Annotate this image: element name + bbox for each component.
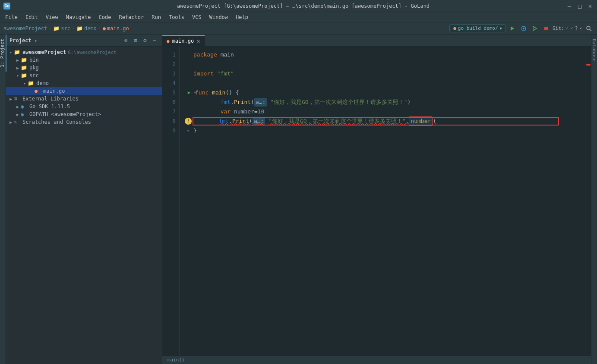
demo-folder-icon: 📁 [28, 80, 35, 86]
line-num-3: 3 [162, 69, 176, 78]
code-line-6: fmt.Print( a…: "你好，我是GO，第一次来到这个世界！请多多关照！… [185, 97, 585, 107]
warning-icon-line8: ! [185, 118, 192, 125]
project-panel: Project ▾ ⊕ ≡ ⚙ − ▾ 📁 awesomeProject G:\… [6, 35, 162, 364]
stop-button[interactable] [541, 24, 551, 33]
panel-locate-btn[interactable]: ⊕ [122, 37, 130, 44]
tree-item-demo[interactable]: ▾ 📁 demo [6, 79, 162, 87]
editor-breadcrumb: main() [167, 357, 185, 363]
panel-expand-btn[interactable]: ≡ [132, 37, 139, 44]
run-config-selector[interactable]: ● go build demo/ ▼ [449, 24, 506, 32]
tree-item-gopath[interactable]: ▶ ◉ GOPATH <awesomeProject> [6, 110, 162, 118]
root-folder-icon: 📁 [14, 49, 21, 55]
close-button[interactable]: ✕ [587, 3, 594, 9]
gosdk-icon: ◉ [21, 104, 28, 110]
line-num-5: 5 [162, 88, 176, 97]
line-num-4: 4 [162, 78, 176, 88]
tree-item-bin[interactable]: ▶ 📁 bin [6, 56, 162, 64]
breadcrumb-sep1: › [49, 26, 51, 31]
code-line-2 [185, 60, 585, 69]
menu-help[interactable]: Help [232, 13, 252, 21]
src-folder-icon: 📁 [21, 72, 28, 78]
menu-tools[interactable]: Tools [165, 13, 188, 21]
debug-button[interactable] [519, 24, 528, 33]
sidebar-tab-project[interactable]: 1: Project [0, 35, 6, 72]
toolbar-right: ● go build demo/ ▼ Git: ✓ ✓ ? ↶ [449, 24, 594, 33]
run-config-label: go build demo/ [458, 25, 498, 31]
breadcrumb-project[interactable]: awesomeProject [3, 25, 47, 31]
menu-window[interactable]: Window [206, 13, 231, 21]
tree-item-root[interactable]: ▾ 📁 awesomeProject G:\awesomeProject [6, 48, 162, 56]
maingo-icon: ● [35, 88, 41, 94]
project-panel-title: Project ▾ [9, 38, 37, 44]
menu-run[interactable]: Run [148, 13, 164, 21]
code-line-9: ▾ } [185, 126, 585, 135]
line-num-6: 6 [162, 97, 176, 107]
line-num-2: 2 [162, 60, 176, 69]
menu-bar: File Edit View Navigate Code Refactor Ru… [0, 12, 597, 22]
tab-close-btn[interactable]: ✕ [196, 38, 200, 44]
breadcrumb-src[interactable]: 📁 src [53, 25, 70, 31]
run-button[interactable] [508, 24, 517, 33]
breadcrumb-sep2: › [72, 26, 75, 31]
editor-area: ● main.go ✕ 1 2 3 4 5 6 7 8 9 [162, 35, 591, 364]
demo-label: demo [36, 80, 49, 86]
scratches-arrow: ▶ [8, 120, 14, 125]
sidebar-tab-database[interactable]: Database [591, 35, 597, 66]
menu-navigate[interactable]: Navigate [63, 13, 95, 21]
menu-code[interactable]: Code [95, 13, 115, 21]
svg-marker-0 [511, 26, 514, 31]
panel-close-btn[interactable]: − [151, 37, 158, 44]
menu-edit[interactable]: Edit [22, 13, 41, 21]
line-num-7: 7 [162, 107, 176, 116]
editor-scrollbar[interactable] [585, 47, 591, 355]
code-line-3: import "fmt" [185, 69, 585, 78]
pkg-arrow: ▶ [15, 66, 21, 70]
pkg-folder-icon: 📁 [21, 65, 28, 71]
tab-label: main.go [172, 38, 194, 44]
title-bar: Go awesomeProject [G:\awesomeProject] – … [0, 0, 597, 12]
menu-refactor[interactable]: Refactor [115, 13, 147, 21]
line-num-1: 1 [162, 50, 176, 60]
tree-item-maingo[interactable]: ● main.go [6, 87, 162, 95]
tree-item-src[interactable]: ▾ 📁 src [6, 72, 162, 79]
breadcrumb-sep3: › [98, 26, 101, 31]
tree-item-gosdk[interactable]: ▶ ◉ Go SDK 1.11.5 [6, 103, 162, 110]
menu-file[interactable]: File [2, 13, 21, 21]
menu-view[interactable]: View [42, 13, 62, 21]
gosdk-arrow: ▶ [15, 104, 21, 109]
root-arrow: ▾ [8, 50, 14, 55]
maximize-button[interactable]: □ [576, 3, 583, 9]
tree-item-external[interactable]: ▶ ⊞ External Libraries [6, 95, 162, 103]
line-num-9: 9 [162, 126, 176, 135]
line-num-8: 8 [162, 116, 176, 126]
editor-status-bar: main() [162, 355, 591, 364]
project-panel-header: Project ▾ ⊕ ≡ ⚙ − [6, 35, 162, 47]
panel-settings-btn[interactable]: ⚙ [141, 37, 149, 44]
breadcrumb-demo[interactable]: 📁 demo [76, 25, 97, 31]
minimize-button[interactable]: – [566, 3, 573, 9]
gosdk-label: Go SDK 1.11.5 [29, 104, 70, 110]
external-icon: ⊞ [14, 96, 21, 102]
code-editor[interactable]: 1 2 3 4 5 6 7 8 9 package main [162, 47, 591, 355]
right-sidebar: Database [591, 35, 597, 364]
external-label: External Libraries [22, 96, 79, 102]
svg-marker-3 [533, 26, 537, 31]
gopath-arrow: ▶ [15, 112, 21, 117]
breadcrumb-file[interactable]: ● main.go [103, 25, 129, 31]
breadcrumb-bar: awesomeProject › 📁 src › 📁 demo › ● main… [0, 22, 597, 35]
code-line-4 [185, 78, 585, 88]
editor-tab-maingo[interactable]: ● main.go ✕ [162, 35, 205, 46]
menu-vcs[interactable]: VCS [189, 13, 205, 21]
code-line-7: var number=10 [185, 107, 585, 116]
app-icon: Go [3, 3, 10, 9]
run-with-coverage-button[interactable] [530, 24, 540, 33]
svg-point-2 [523, 28, 524, 29]
demo-arrow: ▾ [22, 81, 28, 86]
code-content[interactable]: package main import "fmt" ▶ ▾ [180, 47, 585, 355]
search-everywhere-button[interactable] [584, 24, 594, 33]
main-layout: 1: Project Project ▾ ⊕ ≡ ⚙ − ▾ 📁 awesome… [0, 35, 597, 364]
tree-item-pkg[interactable]: ▶ 📁 pkg [6, 64, 162, 72]
window-controls: – □ ✕ [566, 3, 594, 9]
svg-line-6 [590, 29, 591, 31]
tree-item-scratches[interactable]: ▶ ✎ Scratches and Consoles [6, 118, 162, 126]
